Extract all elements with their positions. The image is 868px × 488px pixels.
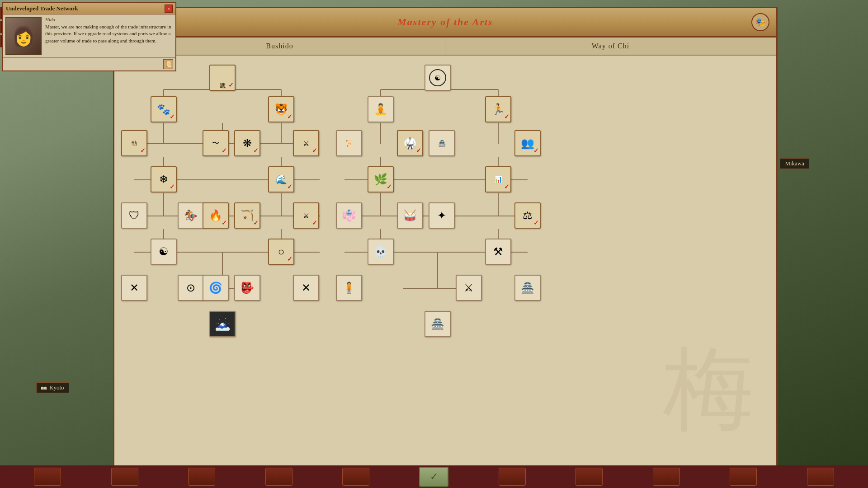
skill-node-c10[interactable]: 🥁 bbox=[397, 202, 423, 229]
column-header-wayofchi: Way of Chi bbox=[445, 38, 776, 55]
skill-node-bushido-root[interactable]: 武道 ✓ bbox=[209, 65, 236, 91]
notification-box: Undeveloped Trade Network × 👩 Hida Maste… bbox=[2, 2, 176, 71]
skill-node-c5[interactable]: 🏯 bbox=[429, 130, 455, 156]
skill-node-c15[interactable]: 🧍 bbox=[336, 275, 362, 301]
skill-node-c13[interactable]: 💀 bbox=[368, 239, 394, 265]
skill-node-c17[interactable]: 🏯 bbox=[514, 275, 541, 301]
notification-close-button[interactable]: × bbox=[165, 5, 173, 13]
skill-node-c8[interactable]: 📊 ✓ bbox=[485, 166, 511, 192]
skill-node-c11[interactable]: ✦ bbox=[429, 202, 455, 229]
kyoto-label[interactable]: 🏘 Kyoto bbox=[36, 382, 69, 393]
skill-node-b20[interactable]: ✕ bbox=[293, 275, 319, 301]
skill-node-c14[interactable]: ⚒ bbox=[485, 239, 511, 265]
panel-header-icon[interactable]: 🎭 bbox=[751, 13, 769, 31]
notification-action-button[interactable]: 📜 bbox=[163, 59, 173, 69]
bottom-slot-8 bbox=[653, 468, 680, 486]
character-name: Hida bbox=[45, 17, 173, 22]
skill-node-c16[interactable]: ⚔ bbox=[456, 275, 482, 301]
notification-body: 👩 Hida Master, we are not making enough … bbox=[3, 14, 175, 57]
kyoto-icon: 🏘 bbox=[41, 384, 47, 391]
notification-text-area: Hida Master, we are not making enough of… bbox=[45, 17, 173, 55]
notification-message: Master, we are not making enough of the … bbox=[45, 23, 173, 44]
skill-node-c1[interactable]: 🧘 bbox=[368, 96, 394, 122]
skill-node-b12[interactable]: 🏹 ✓ bbox=[234, 202, 260, 229]
column-headers: Bushido Way of Chi bbox=[114, 38, 776, 56]
skill-node-b14[interactable]: ☯ bbox=[151, 239, 177, 265]
mikawa-label: Mikawa bbox=[780, 158, 809, 169]
skill-node-c7[interactable]: 🌿 ✓ bbox=[368, 166, 394, 192]
skill-node-c9[interactable]: 👘 bbox=[336, 202, 362, 229]
character-portrait: 👩 bbox=[5, 17, 42, 55]
skill-node-c3[interactable]: 📜 bbox=[336, 130, 362, 156]
bottom-slot-2 bbox=[111, 468, 138, 486]
skill-node-b1[interactable]: 🐾 ✓ bbox=[151, 96, 177, 122]
main-panel: Mastery of the Arts 🎭 Bushido Way of Chi… bbox=[113, 7, 778, 474]
skill-node-b7[interactable]: ❄ ✓ bbox=[151, 166, 177, 192]
notification-footer: 📜 bbox=[3, 57, 175, 70]
connector-lines bbox=[114, 56, 776, 473]
confirm-button[interactable]: ✓ bbox=[419, 467, 448, 487]
skill-node-b13[interactable]: ⚔ ✓ bbox=[293, 202, 319, 229]
bottom-slot-9 bbox=[730, 468, 757, 486]
skill-node-c2[interactable]: 🏃 ✓ bbox=[485, 96, 511, 122]
skill-node-c12[interactable]: ⚖ ✓ bbox=[514, 202, 541, 229]
skill-node-c6[interactable]: 👥 ✓ bbox=[514, 130, 541, 156]
skill-node-chi-bottom[interactable]: 🏯 bbox=[425, 311, 451, 337]
notification-titlebar: Undeveloped Trade Network × bbox=[3, 3, 175, 14]
bottom-slot-6 bbox=[499, 468, 526, 486]
bottom-action-bar: ✓ bbox=[0, 465, 868, 488]
mikawa-text: Mikawa bbox=[785, 160, 804, 167]
skill-node-b18[interactable]: 🌀 bbox=[203, 275, 229, 301]
skill-node-b17[interactable]: ⊙ bbox=[178, 275, 204, 301]
skill-node-b16[interactable]: ✕ bbox=[121, 275, 147, 301]
kyoto-text: Kyoto bbox=[49, 384, 64, 391]
bottom-slot-5 bbox=[342, 468, 369, 486]
skill-tree-area: 梅 bbox=[114, 56, 776, 473]
notification-title: Undeveloped Trade Network bbox=[6, 5, 78, 12]
bottom-slot-4 bbox=[265, 468, 292, 486]
bottom-slot-7 bbox=[576, 468, 603, 486]
bottom-slot-1 bbox=[34, 468, 61, 486]
skill-node-b19[interactable]: 👺 bbox=[234, 275, 260, 301]
skill-node-b4[interactable]: 〜 ✓ bbox=[203, 130, 229, 156]
skill-node-b6[interactable]: ⚔ ✓ bbox=[293, 130, 319, 156]
skill-node-b3[interactable]: 勁 ✓ bbox=[121, 130, 147, 156]
bg-decoration: 梅 bbox=[663, 328, 754, 450]
skill-node-b8[interactable]: 🌊 ✓ bbox=[268, 166, 294, 192]
skill-node-b15[interactable]: ○ ✓ bbox=[268, 239, 294, 265]
bottom-slot-10 bbox=[807, 468, 834, 486]
panel-title: Mastery of the Arts bbox=[397, 16, 493, 28]
skill-node-b5[interactable]: ❋ ✓ bbox=[234, 130, 260, 156]
skill-node-b2[interactable]: 🐯 ✓ bbox=[268, 96, 294, 122]
panel-header: Mastery of the Arts 🎭 bbox=[114, 8, 776, 38]
bottom-slot-3 bbox=[188, 468, 215, 486]
skill-node-bushido-bottom[interactable]: 🗻 bbox=[209, 311, 236, 337]
skill-node-b9[interactable]: 🛡 bbox=[121, 202, 147, 229]
skill-node-b10[interactable]: 🏇 bbox=[178, 202, 204, 229]
skill-node-b11[interactable]: 🔥 ✓ bbox=[203, 202, 229, 229]
skill-node-c4[interactable]: 🥋 ✓ bbox=[397, 130, 423, 156]
skill-node-chi-root[interactable]: ☯ bbox=[425, 65, 451, 91]
